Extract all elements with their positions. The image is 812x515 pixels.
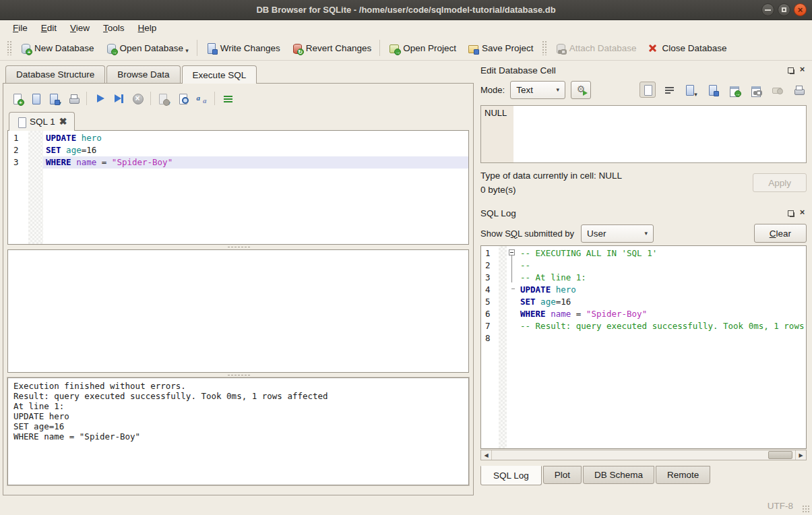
log-token	[551, 284, 556, 295]
set-null-icon	[772, 84, 783, 96]
close-database-button[interactable]: Close Database	[642, 39, 732, 57]
fold-margin	[28, 131, 43, 244]
float-panel-icon[interactable]	[786, 66, 795, 75]
menu-view[interactable]: View	[64, 22, 96, 34]
open-project-button[interactable]: → Open Project	[383, 39, 462, 57]
format-sql-button[interactable]	[220, 90, 236, 107]
new-database-button[interactable]: + New Database	[14, 39, 100, 57]
print-cell-button[interactable]	[790, 82, 807, 98]
minimize-button[interactable]	[761, 3, 774, 16]
toolbar-separator	[214, 92, 215, 105]
menu-help[interactable]: Help	[132, 22, 163, 34]
tab-remote[interactable]: Remote	[656, 466, 710, 484]
open-database-button[interactable]: → Open Database ▾	[100, 39, 194, 57]
copy-link-button[interactable]	[747, 82, 763, 98]
execute-line-button[interactable]	[111, 90, 127, 107]
word-wrap-button[interactable]	[661, 82, 677, 98]
open-external-button[interactable]: →	[726, 82, 742, 98]
auto-apply-button[interactable]	[571, 81, 591, 99]
revert-changes-button[interactable]: ↻ Revert Changes	[286, 39, 377, 57]
export-cell-data-button[interactable]	[704, 82, 720, 98]
sql-editor[interactable]: 1 2 3 UPDATE hero SET age=16 WHERE name …	[7, 130, 469, 245]
menubar: File Edit View Tools Help	[0, 20, 812, 36]
save-project-icon	[467, 42, 478, 54]
save-project-label: Save Project	[482, 43, 534, 53]
mode-select[interactable]: Text ▾	[510, 81, 565, 99]
log-token: -- Result: query executed successfully. …	[520, 321, 806, 331]
execute-all-button[interactable]	[92, 90, 108, 107]
scroll-right-icon[interactable]: ▶	[795, 450, 806, 460]
save-sql-file-button[interactable]: ▾	[46, 90, 63, 107]
close-panel-icon[interactable]	[798, 66, 807, 75]
scroll-left-icon[interactable]: ◀	[481, 450, 492, 460]
code-token	[76, 133, 82, 143]
statusbar: UTF-8	[0, 497, 812, 515]
tab-execute-sql[interactable]: Execute SQL	[182, 65, 257, 84]
code-token: hero	[82, 133, 102, 143]
write-changes-button[interactable]: Write Changes	[200, 39, 286, 57]
cell-value: NULL	[481, 106, 507, 118]
message-line: Execution finished without errors.	[13, 381, 463, 391]
open-database-dropdown-icon[interactable]: ▾	[185, 47, 189, 54]
code-token: WHERE	[46, 157, 71, 167]
tab-browse-data[interactable]: Browse Data	[106, 65, 180, 83]
execute-line-icon	[113, 93, 125, 104]
new-sql-tab-button[interactable]: +	[9, 90, 25, 107]
scrollbar-thumb[interactable]	[768, 451, 792, 459]
close-button[interactable]: ×	[794, 3, 807, 16]
sql-editor-toolbar: + ▾ ▾	[7, 87, 469, 110]
line-number-gutter: 1 2 3	[8, 131, 28, 244]
save-project-button[interactable]: Save Project	[462, 39, 539, 57]
clear-log-button[interactable]: Clear	[754, 224, 807, 243]
splitter-handle-icon	[227, 246, 250, 248]
apply-button: Apply	[753, 173, 807, 192]
maximize-button[interactable]	[778, 3, 790, 16]
tab-plot[interactable]: Plot	[543, 466, 582, 484]
code-area[interactable]: UPDATE hero SET age=16 WHERE name = "Spi…	[43, 131, 468, 244]
collapse-fold-icon[interactable]	[509, 249, 515, 255]
fold-end	[511, 289, 515, 289]
pane-splitter[interactable]	[7, 245, 469, 249]
cell-value-editor[interactable]: NULL	[480, 105, 807, 163]
cell-size-info: 0 byte(s)	[480, 183, 753, 197]
float-panel-icon[interactable]	[786, 209, 795, 218]
log-token: age	[540, 297, 556, 307]
sql-file-tab[interactable]: SQL 1 ✖	[9, 112, 75, 131]
menu-file[interactable]: File	[7, 22, 34, 34]
gear-icon	[575, 84, 587, 96]
code-token: name	[76, 157, 96, 167]
menu-edit[interactable]: Edit	[35, 22, 63, 34]
text-mode-button[interactable]	[639, 82, 656, 98]
fold-column	[507, 246, 518, 448]
line-number: 8	[485, 332, 499, 344]
submitter-select[interactable]: User ▾	[581, 224, 654, 243]
tab-database-structure[interactable]: Database Structure	[5, 65, 105, 83]
bottom-tab-bar: SQL Log Plot DB Schema Remote	[480, 464, 807, 485]
submitter-value: User	[587, 229, 606, 239]
open-sql-file-button[interactable]	[28, 90, 44, 107]
log-horizontal-scrollbar[interactable]: ◀ ▶	[480, 450, 807, 460]
code-token	[61, 145, 67, 155]
tab-db-schema[interactable]: DB Schema	[583, 466, 654, 484]
print-sql-button[interactable]	[65, 90, 82, 107]
sql-file-icon	[16, 117, 26, 127]
tab-sql-log[interactable]: SQL Log	[480, 466, 542, 485]
chevron-down-icon: ▾	[557, 86, 560, 93]
close-sql-tab-icon[interactable]: ✖	[59, 116, 67, 127]
close-panel-icon[interactable]	[798, 209, 807, 218]
message-line: Result: query executed successfully. Too…	[13, 391, 463, 401]
import-cell-data-button[interactable]: ▾	[683, 82, 699, 98]
pane-splitter[interactable]	[7, 373, 469, 377]
log-line-number-gutter: 1 2 3 4 5 6 7 8	[481, 246, 499, 448]
cell-mode-row: Mode: Text ▾ ▾ →	[480, 78, 807, 101]
text-document-icon	[642, 84, 654, 96]
menu-tools[interactable]: Tools	[97, 22, 131, 34]
log-token: =	[571, 309, 586, 319]
resize-grip-icon[interactable]	[802, 505, 810, 513]
current-line: WHERE name = "Spider-Boy"	[43, 156, 468, 169]
sql-log-view[interactable]: 1 2 3 4 5 6 7 8 -- EXECUTING ALL IN 'SQL…	[480, 245, 807, 449]
encoding-indicator: UTF-8	[768, 501, 793, 511]
find-button[interactable]	[175, 90, 191, 107]
find-replace-button[interactable]	[193, 90, 210, 107]
save-results-button: ▾	[156, 90, 172, 107]
